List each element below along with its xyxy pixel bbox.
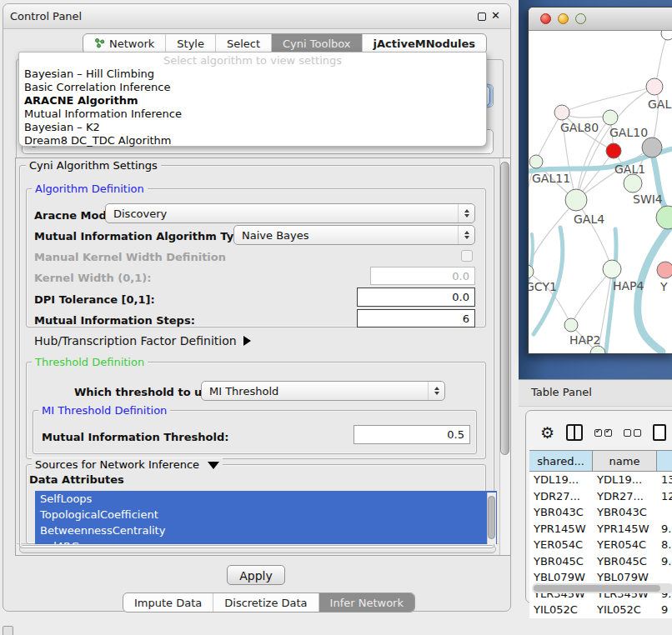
tab-discretize-data-label: Discretize Data [224,597,307,609]
network-view-window[interactable]: GALGAL80GAL10GAL1GAL11SWI4GAL4GCY1HAP4YH… [528,7,672,354]
table-cell[interactable]: 9 [657,602,672,618]
table-cell[interactable]: YER054C [529,537,593,553]
hub-transcription-expander[interactable]: Hub/Transcription Factor Definition [34,334,251,348]
settings-vscrollbar-thumb[interactable] [500,162,509,455]
menu-item-mutual-information[interactable]: Mutual Information Inference [19,108,486,121]
table-cell[interactable]: YDR27... [529,488,593,505]
tab-style-label: Style [177,38,204,50]
table-cell[interactable]: YPR145W [593,521,657,538]
table-cell[interactable]: YDL19... [593,472,657,488]
sources-legend[interactable]: Sources for Network Inference [32,458,223,471]
attribute-item[interactable]: gal4RGexp [35,538,497,544]
close-traffic-light-icon[interactable] [540,13,551,24]
kernel-width-field[interactable] [370,267,475,285]
mi-algorithm-type-combo[interactable]: Naive Bayes [233,225,475,245]
tab-jactivemnodules-label: jActiveMNodules [374,38,476,50]
table-cell[interactable]: YBR045C [593,553,657,570]
table-cell[interactable]: 13 [657,472,672,488]
collapse-down-icon [208,462,219,469]
dpi-tolerance-field[interactable] [357,288,475,307]
menu-item-aracne[interactable]: ARACNE Algorithm [19,94,486,108]
network-edge[interactable] [536,112,562,162]
minimize-traffic-light-icon[interactable] [558,13,569,24]
tab-infer-network-label: Infer Network [330,597,404,609]
tab-impute-data[interactable]: Impute Data [123,593,213,612]
table-cell[interactable]: 12 [657,488,672,505]
node-gal11[interactable] [529,155,543,168]
gear-icon[interactable]: ⚙ [540,425,554,441]
attributes-vscrollbar-thumb[interactable] [488,496,495,539]
node-gal-partial[interactable] [646,78,663,95]
node-gal10[interactable] [603,110,618,125]
window-grip-icon[interactable] [3,626,13,635]
tab-network[interactable]: Network [83,34,165,53]
table-cell[interactable] [657,504,672,521]
menu-item-dream8[interactable]: Dream8 DC_TDC Algorithm [19,134,486,148]
table-cell[interactable]: YER054C [593,537,657,553]
table-cell[interactable]: 9. [657,521,672,538]
table-column-header[interactable]: shared... [529,451,593,472]
close-icon[interactable]: ✕ [491,9,500,22]
network-edge[interactable] [562,87,654,112]
float-window-icon[interactable] [478,12,486,21]
zoom-traffic-light-icon[interactable] [575,13,586,24]
attribute-item[interactable]: BetweennessCentrality [35,522,497,538]
network-edge[interactable] [571,269,612,325]
aracne-mode-combo[interactable]: Discovery [105,203,475,223]
tab-select[interactable]: Select [215,34,271,53]
table-cell[interactable]: YDL19... [529,472,593,488]
tab-jactivemnodules[interactable]: jActiveMNodules [362,34,487,53]
table-cell[interactable]: 9. [657,553,672,570]
menu-item-bayesian-hill-climbing[interactable]: Bayesian – Hill Climbing [19,68,486,81]
apply-button[interactable]: Apply [227,565,285,585]
table-hscrollbar-thumb[interactable] [534,585,660,592]
table-cell[interactable]: YBR043C [529,504,593,521]
tab-discretize-data[interactable]: Discretize Data [213,593,318,612]
node-hap4[interactable] [603,260,621,278]
attribute-item[interactable]: TopologicalCoefficient [35,507,497,522]
node-pink-right[interactable] [657,262,672,278]
deselect-all-columns-icon[interactable] [624,429,641,437]
node-top-partial[interactable] [661,31,672,40]
node-gal1[interactable] [624,174,642,192]
mi-steps-label: Mutual Information Steps: [34,314,195,327]
menu-item-basic-correlation[interactable]: Basic Correlation Inference [19,81,486,94]
node-hap2[interactable] [564,318,578,332]
table-column-header[interactable]: A [657,451,672,472]
node-gcy1[interactable] [529,265,534,278]
node-swi4-label: SWI4 [633,192,663,206]
combo-arrows-icon [458,226,474,244]
network-edge[interactable] [529,200,576,272]
tab-infer-network[interactable]: Infer Network [318,593,414,612]
table-cell[interactable]: YIL052C [593,602,657,618]
node-swi4[interactable] [656,206,672,229]
manual-kernel-width-checkbox[interactable] [461,250,473,262]
table-cell[interactable]: YBR043C [593,504,657,521]
tab-style[interactable]: Style [165,34,215,53]
network-edge[interactable] [576,200,612,269]
which-threshold-combo[interactable]: MI Threshold [201,381,445,401]
tab-cyni-toolbox[interactable]: Cyni Toolbox [271,34,362,53]
columns-icon[interactable] [566,424,583,441]
select-all-columns-icon[interactable] [594,429,612,437]
network-canvas[interactable]: GALGAL80GAL10GAL1GAL11SWI4GAL4GCY1HAP4YH… [529,31,672,354]
table-cell[interactable]: YBR045C [529,553,593,570]
document-icon[interactable] [653,424,666,441]
mi-threshold-field[interactable] [354,425,470,444]
control-panel-titlebar[interactable]: Control Panel ✕ [3,4,510,29]
node-red[interactable] [606,143,621,158]
algorithm-dropdown-hint: Select algorithm to view settings [19,54,486,68]
table-cell[interactable]: 8. [657,537,672,553]
table-cell[interactable]: YDR27... [593,488,657,505]
node-gal4[interactable] [565,189,587,211]
attribute-item[interactable]: SelfLoops [35,491,497,507]
table-cell[interactable]: YPR145W [529,521,593,538]
mi-steps-field[interactable] [357,309,475,328]
network-window-titlebar[interactable] [529,8,672,31]
node-gray[interactable] [642,138,662,158]
table-panel-title: Table Panel [531,386,592,398]
node-gal80[interactable] [554,105,569,120]
table-column-header[interactable]: name [593,451,657,472]
menu-item-bayesian-k2[interactable]: Bayesian – K2 [19,121,486,134]
table-cell[interactable]: YIL052C [529,602,593,618]
